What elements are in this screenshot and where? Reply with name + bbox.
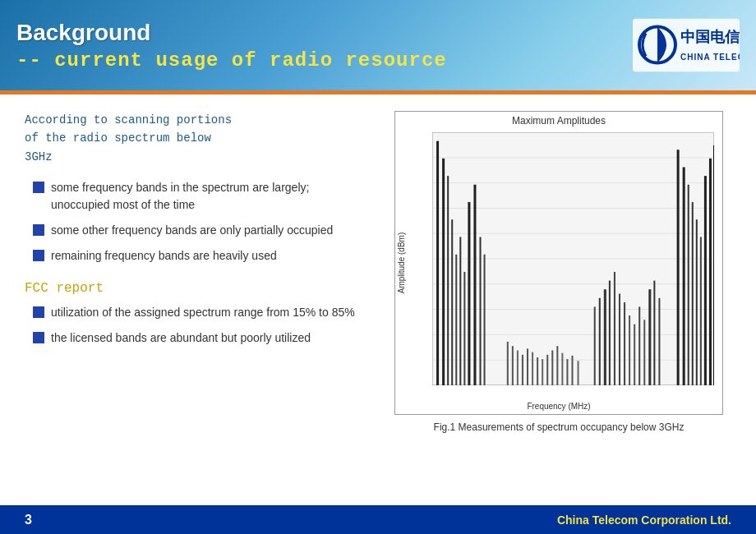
svg-rect-56: [688, 185, 689, 385]
svg-rect-55: [683, 167, 685, 385]
chart-title: Maximum Amplitudes: [512, 115, 606, 127]
slide-footer: 3 China Telecom Corporation Ltd.: [0, 505, 756, 534]
china-telecom-logo: 中国电信 CHINA TELECOM: [633, 19, 740, 72]
bullet-text-2: some other frequency bands are only part…: [51, 222, 333, 239]
svg-rect-45: [619, 293, 620, 385]
svg-rect-35: [556, 346, 558, 385]
svg-rect-24: [484, 255, 486, 385]
y-axis-label: Amplitude (dBm): [397, 232, 406, 293]
left-column: According to scanning portionsof the rad…: [25, 111, 370, 497]
svg-rect-40: [594, 306, 596, 385]
bullet-icon-2: [33, 224, 44, 236]
svg-rect-15: [442, 159, 445, 385]
svg-rect-22: [473, 185, 476, 385]
svg-rect-27: [517, 351, 519, 385]
svg-rect-50: [643, 320, 645, 385]
svg-rect-28: [522, 355, 523, 385]
spectrum-chart: Maximum Amplitudes Amplitude (dBm) Heavy…: [394, 111, 723, 415]
intro-paragraph: According to scanning portionsof the rad…: [25, 111, 370, 166]
bullet-text-1: some frequency bands in the spectrum are…: [51, 179, 370, 214]
svg-rect-34: [551, 351, 553, 385]
svg-rect-54: [677, 150, 680, 385]
svg-rect-25: [507, 342, 509, 385]
svg-rect-46: [624, 302, 625, 385]
fcc-bullet-item-1: utilization of the assigned spectrum ran…: [33, 304, 370, 321]
svg-rect-31: [537, 357, 538, 385]
svg-rect-62: [713, 145, 714, 385]
svg-rect-41: [599, 298, 601, 385]
svg-rect-38: [571, 356, 573, 385]
main-content: According to scanning portionsof the rad…: [0, 94, 756, 505]
spectrum-svg: [432, 132, 714, 385]
slide-header: Background -- current usage of radio res…: [0, 0, 756, 90]
svg-text:中国电信: 中国电信: [680, 29, 740, 45]
svg-rect-61: [709, 159, 712, 385]
svg-rect-51: [648, 289, 651, 385]
spectrum-bullet-list: some frequency bands in the spectrum are…: [33, 179, 370, 265]
svg-rect-17: [451, 219, 453, 385]
svg-rect-36: [561, 353, 563, 385]
svg-rect-44: [614, 272, 615, 385]
fcc-bullet-text-1: utilization of the assigned spectrum ran…: [51, 304, 355, 321]
svg-rect-21: [468, 202, 470, 385]
svg-rect-58: [696, 219, 698, 385]
right-column: Maximum Amplitudes Amplitude (dBm) Heavy…: [386, 111, 731, 497]
svg-rect-57: [692, 202, 694, 385]
bullet-icon-5: [33, 332, 44, 343]
svg-rect-48: [634, 325, 635, 385]
bullet-item-unoccupied: some frequency bands in the spectrum are…: [33, 179, 370, 214]
svg-rect-23: [480, 237, 482, 385]
svg-rect-0: [633, 19, 740, 72]
svg-rect-37: [566, 359, 568, 385]
svg-rect-14: [436, 141, 439, 385]
svg-rect-33: [546, 355, 548, 385]
bullet-icon-3: [33, 250, 44, 261]
svg-rect-16: [447, 176, 449, 385]
svg-rect-43: [609, 281, 611, 385]
bullet-icon-4: [33, 306, 44, 318]
svg-rect-18: [455, 255, 457, 385]
svg-rect-60: [704, 176, 707, 385]
page-number: 3: [25, 513, 32, 527]
svg-rect-42: [604, 289, 606, 385]
svg-rect-53: [658, 298, 660, 385]
logo-block: 中国电信 CHINA TELECOM: [633, 19, 740, 72]
fig-caption: Fig.1 Measurements of spectrum occupancy…: [434, 421, 685, 433]
fcc-bullet-text-2: the licensed bands are abundant but poor…: [51, 329, 311, 347]
svg-rect-30: [532, 352, 533, 385]
x-axis-label: Frequency (MHz): [527, 402, 590, 411]
svg-rect-49: [638, 306, 640, 385]
header-title-line1: Background: [16, 20, 447, 46]
fcc-bullet-item-2: the licensed bands are abundant but poor…: [33, 329, 370, 347]
svg-rect-29: [527, 348, 528, 385]
svg-rect-32: [542, 359, 543, 385]
bullet-item-partial: some other frequency bands are only part…: [33, 222, 370, 239]
bullet-icon-1: [33, 182, 44, 193]
svg-rect-59: [700, 237, 702, 385]
svg-rect-19: [459, 237, 461, 385]
svg-rect-52: [653, 281, 655, 385]
bullet-text-3: remaining frequency bands are heavily us…: [51, 247, 277, 265]
svg-text:CHINA TELECOM: CHINA TELECOM: [680, 53, 740, 62]
company-name: China Telecom Corporation Ltd.: [557, 513, 731, 527]
svg-rect-20: [463, 272, 465, 385]
fcc-bullet-list: utilization of the assigned spectrum ran…: [33, 304, 370, 347]
svg-rect-47: [629, 315, 630, 385]
svg-rect-39: [578, 361, 579, 385]
header-title-block: Background -- current usage of radio res…: [16, 20, 447, 71]
header-title-line2: -- current usage of radio resource: [16, 49, 447, 71]
svg-rect-26: [512, 346, 514, 385]
bullet-item-heavy: remaining frequency bands are heavily us…: [33, 247, 370, 265]
fcc-title: FCC report: [25, 281, 370, 296]
